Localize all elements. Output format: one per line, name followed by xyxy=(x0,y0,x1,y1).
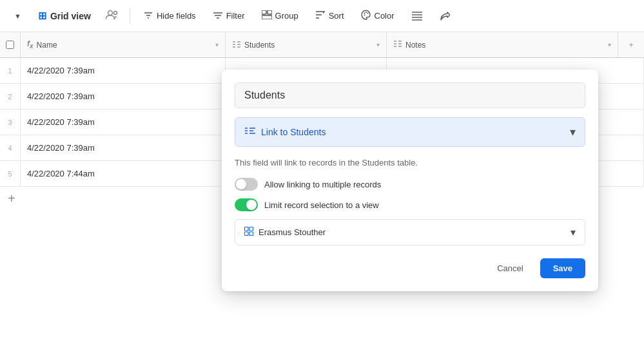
cell-name-5[interactable]: 4/22/2020 7:44am xyxy=(21,161,226,186)
grid-view-small-icon xyxy=(244,227,253,238)
team-icon xyxy=(106,10,119,22)
svg-rect-44 xyxy=(249,232,253,236)
group-icon xyxy=(262,10,272,21)
cell-name-1[interactable]: 4/22/2020 7:39am xyxy=(21,58,226,83)
fx-icon: fx xyxy=(27,39,34,50)
col-header-students[interactable]: Students ▾ xyxy=(226,32,387,57)
sort-icon xyxy=(315,10,326,21)
hide-fields-label: Hide fields xyxy=(157,11,196,21)
toggle-limit-view[interactable] xyxy=(235,198,258,211)
color-label: Color xyxy=(375,11,395,21)
select-all-checkbox[interactable] xyxy=(6,41,14,49)
col-students-icon xyxy=(232,41,241,50)
type-chevron-icon: ▾ xyxy=(570,125,576,139)
row-num-3: 3 xyxy=(0,110,21,135)
toggle-limit-view-row: Limit record selection to a view xyxy=(235,198,585,211)
col-name-sort-icon: ▾ xyxy=(215,41,219,48)
col-notes-label: Notes xyxy=(405,41,425,50)
col-name-label: Name xyxy=(37,41,57,50)
svg-point-17 xyxy=(366,12,367,13)
toggle-multiple-records-row: Allow linking to multiple records xyxy=(235,178,585,191)
grid-view-icon: ⊞ xyxy=(38,10,46,22)
group-button[interactable]: Group xyxy=(255,6,305,25)
svg-rect-43 xyxy=(245,232,249,236)
toolbar: ▼ ⊞ Grid view Hide fields Filter xyxy=(0,0,644,32)
team-icon-button[interactable] xyxy=(101,5,123,27)
col-header-name[interactable]: fx Name ▾ xyxy=(21,32,226,57)
row-num-4: 4 xyxy=(0,135,21,160)
view-dropdown[interactable]: ▼ xyxy=(8,8,28,24)
toggle-multiple-records[interactable] xyxy=(235,178,258,191)
view-select-chevron-icon: ▾ xyxy=(571,226,576,238)
view-selector[interactable]: ⊞ Grid view xyxy=(32,6,97,26)
svg-rect-9 xyxy=(262,10,266,14)
field-name-input[interactable] xyxy=(235,82,585,108)
view-selector-dropdown[interactable]: Erasmus Stouther ▾ xyxy=(235,219,585,245)
hide-fields-button[interactable]: Hide fields xyxy=(137,7,202,25)
row-num-1: 1 xyxy=(0,58,21,83)
col-notes-icon xyxy=(393,40,402,50)
row-height-button[interactable] xyxy=(405,8,429,24)
svg-point-18 xyxy=(367,13,368,14)
row-num-5: 5 xyxy=(0,161,21,186)
col-add-button[interactable]: + xyxy=(618,32,644,57)
popup-description: This field will link to records in the S… xyxy=(235,157,585,169)
cell-name-2[interactable]: 4/22/2020 7:39am xyxy=(21,84,226,109)
color-icon xyxy=(361,10,371,22)
svg-point-0 xyxy=(108,11,112,15)
popup-actions: Cancel Save xyxy=(235,258,585,278)
dropdown-arrow-icon: ▼ xyxy=(14,12,21,20)
toggle-limit-view-label: Limit record selection to a view xyxy=(264,200,379,210)
col-notes-sort-icon: ▾ xyxy=(608,41,611,48)
col-header-check xyxy=(0,32,21,57)
cell-name-3[interactable]: 4/22/2020 7:39am xyxy=(21,110,226,135)
cancel-button[interactable]: Cancel xyxy=(487,258,533,278)
link-icon xyxy=(244,126,256,138)
sort-label: Sort xyxy=(329,11,344,21)
col-header-notes[interactable]: Notes ▾ xyxy=(387,32,618,57)
view-label: Grid view xyxy=(50,11,91,21)
save-button[interactable]: Save xyxy=(540,258,585,278)
field-type-selector[interactable]: Link to Students ▾ xyxy=(235,117,585,147)
svg-point-1 xyxy=(113,12,117,15)
svg-rect-41 xyxy=(245,227,249,231)
sort-button[interactable]: Sort xyxy=(309,6,351,25)
svg-point-16 xyxy=(364,13,365,14)
share-button[interactable] xyxy=(433,7,456,25)
col-students-label: Students xyxy=(244,41,275,50)
toggle-knob-1 xyxy=(236,179,246,189)
col-students-sort-icon: ▾ xyxy=(376,41,380,48)
field-type-label: Link to Students xyxy=(261,127,326,137)
svg-rect-10 xyxy=(268,10,272,14)
svg-rect-42 xyxy=(249,227,253,231)
group-label: Group xyxy=(275,11,298,21)
svg-point-15 xyxy=(364,15,365,16)
toggle-multiple-records-label: Allow linking to multiple records xyxy=(264,180,381,189)
hide-fields-icon xyxy=(143,11,153,21)
toggle-knob-2 xyxy=(246,200,257,210)
grid-header: fx Name ▾ Students ▾ Notes ▾ + xyxy=(0,32,644,58)
filter-label: Filter xyxy=(226,11,245,21)
filter-button[interactable]: Filter xyxy=(206,7,251,25)
toolbar-divider-1 xyxy=(130,8,130,24)
field-type-left: Link to Students xyxy=(244,126,326,138)
field-editor-popup: Link to Students ▾ This field will link … xyxy=(222,70,598,291)
row-num-2: 2 xyxy=(0,84,21,109)
color-button[interactable]: Color xyxy=(355,6,401,26)
svg-rect-11 xyxy=(262,15,272,19)
cell-name-4[interactable]: 4/22/2020 7:39am xyxy=(21,135,226,160)
filter-icon xyxy=(213,11,223,21)
view-selector-value: Erasmus Stouther xyxy=(259,227,326,237)
add-row-icon: + xyxy=(8,191,15,206)
view-select-left: Erasmus Stouther xyxy=(244,227,326,238)
